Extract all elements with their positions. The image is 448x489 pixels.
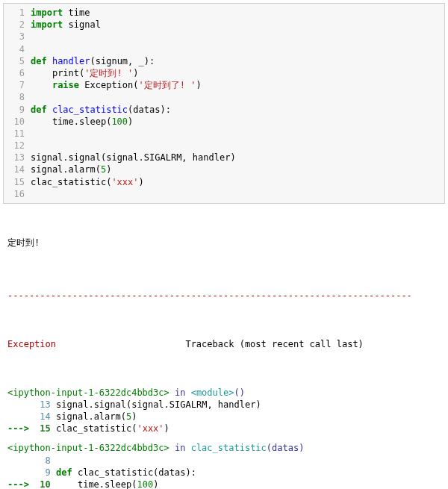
traceback-divider: ----------------------------------------… bbox=[7, 290, 442, 302]
code-line: 3 bbox=[4, 31, 444, 43]
line-number: 16 bbox=[4, 188, 31, 200]
line-number: 15 bbox=[4, 176, 31, 188]
code-content: clac_statistic('xxx') bbox=[31, 176, 444, 188]
traceback-code-line: 13 signal.signal(signal.SIGALRM, handler… bbox=[7, 399, 442, 411]
code-line: 4 bbox=[4, 43, 444, 55]
code-line: 13signal.signal(signal.SIGALRM, handler) bbox=[4, 152, 444, 163]
code-content: def handler(signum, _): bbox=[31, 55, 444, 67]
code-content: signal.alarm(5) bbox=[31, 163, 444, 175]
code-line: 12 bbox=[4, 140, 444, 152]
traceback-code-line: 9 def clac_statistic(datas): bbox=[7, 467, 442, 479]
traceback-code-line: ---> 10 time.sleep(100) bbox=[7, 479, 442, 489]
code-line: 2import signal bbox=[4, 19, 444, 31]
code-content: print('定时到! ') bbox=[31, 67, 444, 79]
traceback-frame-location: <ipython-input-1-6322dc4bbd3c> in clac_s… bbox=[7, 442, 442, 454]
code-line: 11 bbox=[4, 128, 444, 140]
code-line: 1import time bbox=[4, 7, 444, 19]
traceback-frames: <ipython-input-1-6322dc4bbd3c> in <modul… bbox=[7, 387, 442, 489]
line-number: 6 bbox=[4, 67, 31, 79]
code-content: signal.signal(signal.SIGALRM, handler) bbox=[31, 152, 444, 163]
code-line: 7 raise Exception('定时到了! ') bbox=[4, 79, 444, 91]
code-content: import signal bbox=[31, 19, 444, 31]
line-number: 8 bbox=[4, 91, 31, 103]
code-line: 9def clac_statistic(datas): bbox=[4, 104, 444, 116]
code-cell: 1import time2import signal345def handler… bbox=[3, 3, 445, 204]
line-number: 10 bbox=[4, 116, 31, 128]
line-number: 5 bbox=[4, 55, 31, 67]
line-number: 11 bbox=[4, 128, 31, 140]
code-content: def clac_statistic(datas): bbox=[31, 104, 444, 116]
exception-name: Exception bbox=[7, 339, 56, 349]
traceback-code-line: 14 signal.alarm(5) bbox=[7, 411, 442, 423]
line-number: 9 bbox=[4, 104, 31, 116]
traceback-label: Traceback (most recent call last) bbox=[56, 339, 364, 349]
line-number: 1 bbox=[4, 7, 31, 19]
traceback-code-line: ---> 15 clac_statistic('xxx') bbox=[7, 423, 442, 435]
line-number: 12 bbox=[4, 140, 31, 152]
line-number: 3 bbox=[4, 31, 31, 43]
code-line: 14signal.alarm(5) bbox=[4, 163, 444, 175]
code-content: time.sleep(100) bbox=[31, 116, 444, 128]
traceback-header: Exception Traceback (most recent call la… bbox=[7, 338, 442, 350]
stdout-line: 定时到! bbox=[7, 237, 442, 249]
code-line: 6 print('定时到! ') bbox=[4, 67, 444, 79]
code-line: 8 bbox=[4, 91, 444, 103]
output-area: 定时到! -----------------------------------… bbox=[0, 210, 448, 489]
notebook-snippet: 1import time2import signal345def handler… bbox=[0, 3, 448, 489]
line-number: 13 bbox=[4, 152, 31, 163]
code-line: 10 time.sleep(100) bbox=[4, 116, 444, 128]
line-number: 14 bbox=[4, 163, 31, 175]
code-line: 16 bbox=[4, 188, 444, 200]
line-number: 4 bbox=[4, 43, 31, 55]
traceback-code-line: 8 bbox=[7, 455, 442, 467]
line-number: 2 bbox=[4, 19, 31, 31]
code-content: raise Exception('定时到了! ') bbox=[31, 79, 444, 91]
traceback-frame-location: <ipython-input-1-6322dc4bbd3c> in <modul… bbox=[7, 387, 442, 399]
code-line: 15clac_statistic('xxx') bbox=[4, 176, 444, 188]
code-line: 5def handler(signum, _): bbox=[4, 55, 444, 67]
line-number: 7 bbox=[4, 79, 31, 91]
code-content: import time bbox=[31, 7, 444, 19]
